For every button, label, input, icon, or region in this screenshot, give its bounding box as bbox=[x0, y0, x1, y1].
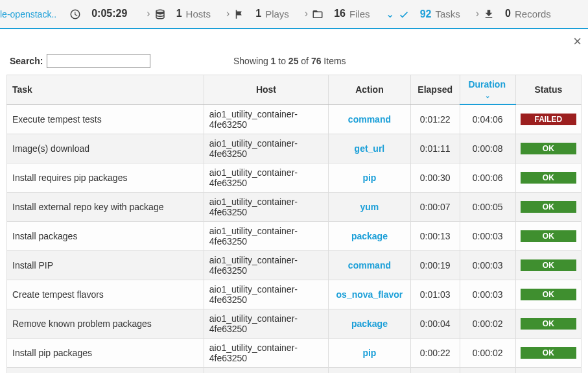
folder-open-icon bbox=[312, 8, 329, 20]
chevron-right-icon: › bbox=[226, 8, 229, 19]
col-host[interactable]: Host bbox=[204, 75, 328, 105]
cell-elapsed: 0:00:13 bbox=[410, 221, 460, 250]
breadcrumb-link[interactable]: le-openstack.. bbox=[0, 9, 56, 19]
table-row: Install PIPaio1_utility_container-4fe632… bbox=[7, 250, 582, 280]
stat-tasks[interactable]: ⌄ 92 Tasks bbox=[383, 8, 460, 20]
status-badge[interactable]: OK bbox=[521, 201, 576, 213]
files-label: Files bbox=[349, 8, 370, 19]
stat-records[interactable]: › 0 Records bbox=[473, 8, 551, 20]
download-icon bbox=[483, 8, 500, 20]
cell-status: OK bbox=[515, 338, 581, 367]
tasks-label: Tasks bbox=[435, 8, 460, 19]
hosts-count: 1 bbox=[176, 8, 182, 19]
cell-status: FAILED bbox=[515, 104, 581, 134]
tasks-count: 92 bbox=[420, 8, 432, 20]
cell-elapsed: 0:01:22 bbox=[410, 104, 460, 134]
stat-plays[interactable]: › 1 Plays bbox=[224, 8, 289, 20]
table-row: Execute tempest testsaio1_utility_contai… bbox=[7, 104, 582, 134]
plays-label: Plays bbox=[265, 8, 289, 19]
cell-duration: 0:00:05 bbox=[460, 192, 515, 221]
table-row: Remove known problem packagesaio1_utilit… bbox=[7, 309, 582, 338]
status-badge[interactable]: OK bbox=[521, 318, 576, 330]
cell-host: aio1_utility_container-4fe63250 bbox=[204, 280, 328, 309]
table-row: Install packagesaio1_utility_container-4… bbox=[7, 221, 582, 250]
status-badge[interactable]: OK bbox=[521, 143, 576, 154]
status-badge[interactable]: OK bbox=[521, 259, 576, 271]
cell-duration: 0:00:03 bbox=[460, 280, 515, 309]
files-count: 16 bbox=[334, 8, 346, 19]
table-row: Install yum packagesaio1_utility_contain… bbox=[7, 367, 582, 373]
action-link[interactable]: package bbox=[351, 319, 388, 329]
cell-host: aio1_utility_container-4fe63250 bbox=[204, 221, 328, 250]
cell-task: Install packages bbox=[7, 221, 204, 250]
action-link[interactable]: pip bbox=[362, 173, 376, 183]
action-link[interactable]: command bbox=[348, 114, 391, 125]
cell-duration: 0:00:03 bbox=[460, 221, 515, 250]
cell-duration: 0:00:02 bbox=[460, 309, 515, 338]
cell-action: pip bbox=[329, 163, 411, 192]
action-link[interactable]: pip bbox=[362, 348, 376, 358]
col-status[interactable]: Status bbox=[515, 75, 581, 105]
cell-status: OK bbox=[515, 309, 581, 338]
chevron-right-icon: › bbox=[147, 8, 150, 19]
col-duration[interactable]: Duration ⌄ bbox=[460, 75, 515, 105]
cell-host: aio1_utility_container-4fe63250 bbox=[204, 367, 328, 373]
cell-task: Install requires pip packages bbox=[7, 163, 204, 192]
close-icon[interactable]: × bbox=[573, 33, 582, 49]
cell-host: aio1_utility_container-4fe63250 bbox=[204, 250, 328, 280]
action-link[interactable]: package bbox=[351, 231, 388, 241]
time-value: 0:05:29 bbox=[91, 8, 127, 19]
chevron-down-icon: ⌄ bbox=[386, 8, 394, 20]
status-badge[interactable]: OK bbox=[521, 289, 576, 300]
action-link[interactable]: yum bbox=[360, 202, 379, 212]
action-link[interactable]: get_url bbox=[355, 143, 385, 154]
cell-action: package bbox=[329, 309, 411, 338]
col-action[interactable]: Action bbox=[329, 75, 411, 105]
cell-task: Image(s) download bbox=[7, 134, 204, 163]
cell-status: OK bbox=[515, 250, 581, 280]
table-header-row: Task Host Action Elapsed Duration ⌄ Stat… bbox=[7, 75, 582, 105]
records-label: Records bbox=[515, 8, 551, 19]
action-link[interactable]: os_nova_flavor bbox=[336, 289, 403, 300]
chevron-right-icon: › bbox=[476, 8, 479, 19]
cell-elapsed: 0:00:22 bbox=[410, 338, 460, 367]
cell-host: aio1_utility_container-4fe63250 bbox=[204, 134, 328, 163]
cell-action: package bbox=[329, 221, 411, 250]
cell-task: Remove known problem packages bbox=[7, 309, 204, 338]
cell-host: aio1_utility_container-4fe63250 bbox=[204, 338, 328, 367]
cell-elapsed: 0:00:19 bbox=[410, 250, 460, 280]
cell-status: OK bbox=[515, 192, 581, 221]
col-elapsed[interactable]: Elapsed bbox=[410, 75, 460, 105]
cell-status: OK bbox=[515, 367, 581, 373]
cell-task: Install yum packages bbox=[7, 367, 204, 373]
records-count: 0 bbox=[505, 8, 511, 19]
col-task[interactable]: Task bbox=[7, 75, 204, 105]
tasks-table: Task Host Action Elapsed Duration ⌄ Stat… bbox=[6, 75, 582, 373]
clock-icon bbox=[69, 8, 86, 20]
cell-elapsed: 0:01:03 bbox=[410, 280, 460, 309]
search-label: Search: bbox=[10, 56, 43, 66]
stat-hosts[interactable]: › 1 Hosts bbox=[144, 8, 211, 20]
table-row: Install pip packagesaio1_utility_contain… bbox=[7, 338, 582, 367]
cell-action: os_nova_flavor bbox=[329, 280, 411, 309]
cell-status: OK bbox=[515, 221, 581, 250]
cell-host: aio1_utility_container-4fe63250 bbox=[204, 163, 328, 192]
stat-files[interactable]: › 16 Files bbox=[302, 8, 370, 20]
table-row: Install requires pip packagesaio1_utilit… bbox=[7, 163, 582, 192]
stat-time: 0:05:29 bbox=[69, 8, 131, 20]
cell-action: get_url bbox=[329, 134, 411, 163]
toolbar: Search: Showing 1 to 25 of 76 Items bbox=[0, 50, 588, 75]
status-badge[interactable]: OK bbox=[521, 347, 576, 359]
status-badge[interactable]: FAILED bbox=[521, 114, 576, 125]
cell-host: aio1_utility_container-4fe63250 bbox=[204, 309, 328, 338]
cell-elapsed: 0:00:30 bbox=[410, 163, 460, 192]
status-badge[interactable]: OK bbox=[521, 230, 576, 242]
cell-task: Install PIP bbox=[7, 250, 204, 280]
breadcrumb[interactable]: le-openstack.. bbox=[0, 9, 56, 19]
cell-action: command bbox=[329, 250, 411, 280]
cell-status: OK bbox=[515, 280, 581, 309]
cell-action: yum bbox=[329, 367, 411, 373]
status-badge[interactable]: OK bbox=[521, 172, 576, 184]
search-input[interactable] bbox=[47, 54, 150, 68]
action-link[interactable]: command bbox=[348, 260, 391, 271]
